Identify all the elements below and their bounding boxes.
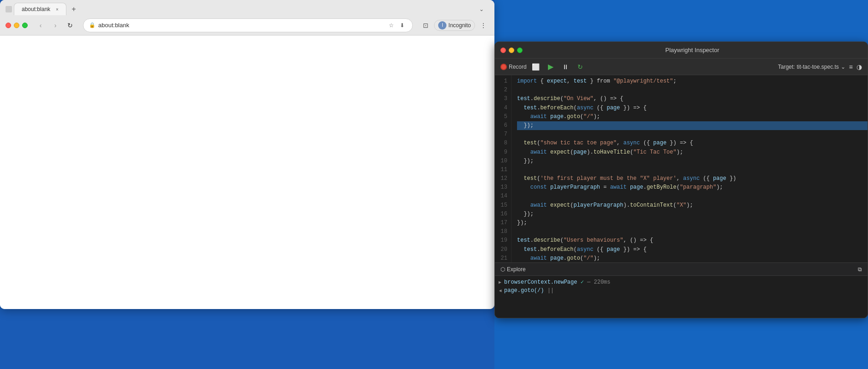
code-line-1: import { expect, test } from "@playwrigh… (517, 77, 868, 86)
inspector-toolbar: Record ⬜ ▶ ⏸ ↻ Target: tit-tac-toe.spec.… (495, 59, 868, 75)
copy-code-btn[interactable]: ⬜ (530, 61, 541, 72)
browser-content (0, 36, 494, 309)
target-label: Target: (778, 64, 795, 70)
reload-btn[interactable]: ↻ (65, 20, 76, 31)
code-line-16: }); (517, 210, 868, 219)
browser-window: about:blank × + ⌄ ‹ › ↻ 🔒 about:blank ☆ … (0, 0, 494, 309)
toolbar-right: ⊡ I Incognito ⋮ (420, 20, 489, 31)
log-entries: ▶ browserContext.newPage ✓ — 220ms ▼ pag… (495, 276, 868, 318)
code-line-8: test("show tic tac toe page", async ({ p… (517, 139, 868, 148)
tab-close-btn[interactable]: × (56, 7, 59, 12)
bookmark-btn[interactable]: ☆ (386, 21, 396, 30)
play-btn[interactable]: ▶ (545, 61, 556, 72)
profile-avatar: I (438, 21, 446, 30)
browser-nav: ‹ › ↻ (35, 20, 76, 31)
explore-icon: ⬡ (500, 266, 505, 273)
inspector-titlebar: Playwright Inspector (495, 42, 868, 59)
browser-tab[interactable]: about:blank × (14, 3, 66, 15)
log-entry-2-text: page.goto(/) || (504, 287, 554, 294)
address-bar[interactable]: about:blank (98, 22, 384, 29)
code-line-15: await expect(playerParagraph).toContainT… (517, 201, 868, 210)
playwright-inspector: Playwright Inspector Record ⬜ ▶ ⏸ ↻ Targ… (494, 42, 868, 318)
log-entry-1-text: browserContext.newPage ✓ — 220ms (504, 279, 611, 286)
inspector-bottom-panel: ⬡ Explore ⧉ ▶ browserContext.newPage ✓ —… (495, 262, 868, 318)
address-bar-actions: ☆ ⬇ (386, 21, 407, 30)
chevron-down-icon: ⌄ (841, 64, 845, 70)
profile-btn[interactable]: I Incognito (434, 20, 475, 31)
inspector-title: Playwright Inspector (523, 47, 862, 54)
code-content[interactable]: import { expect, test } from "@playwrigh… (511, 75, 868, 262)
traffic-lights (6, 23, 28, 28)
target-selector: Target: tit-tac-toe.spec.ts ⌄ (778, 64, 845, 70)
list-btn[interactable]: ≡ (849, 63, 853, 71)
code-line-18 (517, 227, 868, 236)
code-line-5: await page.goto("/"); (517, 113, 868, 121)
code-line-9: await expect(page).toHaveTitle("Tic Tac … (517, 148, 868, 157)
code-line-20: test.beforeEach(async ({ page }) => { (517, 245, 868, 254)
close-btn[interactable] (6, 23, 11, 28)
explore-label: ⬡ Explore (500, 266, 526, 273)
code-line-12: test('the first player must be the "X" p… (517, 174, 868, 183)
inspector-traffic-lights (500, 48, 523, 53)
code-line-21: await page.goto("/"); (517, 254, 868, 262)
tab-favicon (6, 6, 12, 12)
explore-tab: ⬡ Explore ⧉ (495, 263, 868, 276)
step-btn[interactable]: ↻ (575, 61, 586, 72)
code-line-19: test.describe("Users behaviours", () => … (517, 236, 868, 245)
code-line-3: test.describe("On View", () => { (517, 95, 868, 103)
inspector-minimize-btn[interactable] (509, 48, 514, 53)
code-line-7 (517, 130, 868, 139)
lock-icon: 🔒 (89, 22, 95, 28)
log-entry-2: ▼ page.goto(/) || (499, 286, 864, 295)
code-line-14 (517, 192, 868, 201)
copy-btn[interactable]: ⧉ (858, 266, 862, 273)
back-btn[interactable]: ‹ (35, 20, 46, 31)
code-line-10: }); (517, 157, 868, 166)
chevron-right-icon[interactable]: ▶ (499, 280, 501, 285)
browser-menu-btn[interactable]: ⋮ (478, 20, 489, 31)
minimize-btn[interactable] (14, 23, 19, 28)
code-editor: 12345 678910 1112131415 1617181920 21 im… (495, 75, 868, 262)
tab-menu-btn[interactable]: ⌄ (476, 4, 487, 15)
new-tab-btn[interactable]: + (68, 4, 79, 15)
record-btn[interactable]: Record (500, 64, 527, 70)
download-btn[interactable]: ⬇ (398, 21, 407, 30)
profile-label: Incognito (448, 22, 471, 29)
code-line-17: }); (517, 219, 868, 227)
address-bar-container: 🔒 about:blank ☆ ⬇ (83, 18, 413, 32)
inspector-close-btn[interactable] (500, 48, 506, 53)
target-dropdown[interactable]: tit-tac-toe.spec.ts ⌄ (797, 64, 845, 70)
tab-title: about:blank (22, 6, 50, 12)
code-line-13: const playerParagraph = await page.getBy… (517, 183, 868, 192)
inspector-maximize-btn[interactable] (517, 48, 523, 53)
tab-bar: about:blank × + ⌄ (0, 0, 494, 15)
explore-text: Explore (507, 266, 526, 273)
code-line-2 (517, 86, 868, 95)
theme-btn[interactable]: ◑ (856, 63, 862, 71)
record-label: Record (509, 64, 527, 70)
sidebar-toggle-btn[interactable]: ⊡ (420, 20, 431, 31)
record-icon (500, 64, 507, 70)
log-entry-1: ▶ browserContext.newPage ✓ — 220ms (499, 278, 864, 286)
browser-navbar: ‹ › ↻ 🔒 about:blank ☆ ⬇ ⊡ I Incognito ⋮ (0, 15, 494, 36)
code-line-11 (517, 166, 868, 174)
line-numbers: 12345 678910 1112131415 1617181920 21 (495, 75, 511, 262)
chevron-down-icon[interactable]: ▼ (498, 289, 503, 292)
pause-btn[interactable]: ⏸ (560, 61, 571, 72)
code-line-6: }); (517, 121, 868, 130)
maximize-btn[interactable] (22, 23, 28, 28)
code-line-4: test.beforeEach(async ({ page }) => { (517, 104, 868, 113)
target-file: tit-tac-toe.spec.ts (797, 64, 838, 70)
forward-btn[interactable]: › (50, 20, 61, 31)
